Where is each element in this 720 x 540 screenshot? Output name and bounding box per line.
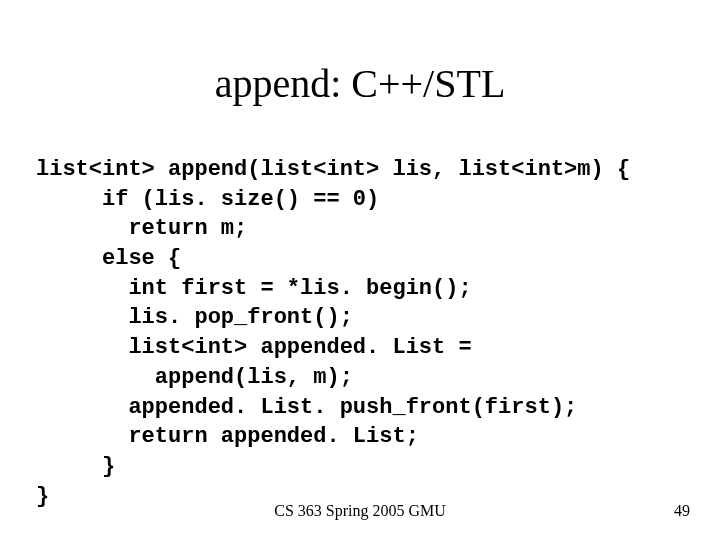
code-line: return m; — [36, 216, 247, 241]
code-line: int first = *lis. begin(); — [36, 276, 472, 301]
code-line: list<int> append(list<int> lis, list<int… — [36, 157, 630, 182]
code-line: else { — [36, 246, 181, 271]
code-line: lis. pop_front(); — [36, 305, 353, 330]
slide: append: C++/STL list<int> append(list<in… — [0, 0, 720, 540]
slide-title: append: C++/STL — [0, 60, 720, 107]
code-block: list<int> append(list<int> lis, list<int… — [36, 155, 630, 511]
footer-course: CS 363 Spring 2005 GMU — [0, 502, 720, 520]
code-line: append(lis, m); — [36, 365, 353, 390]
code-line: } — [36, 454, 115, 479]
code-line: if (lis. size() == 0) — [36, 187, 379, 212]
code-line: appended. List. push_front(first); — [36, 395, 577, 420]
code-line: list<int> appended. List = — [36, 335, 472, 360]
page-number: 49 — [674, 502, 690, 520]
code-line: return appended. List; — [36, 424, 419, 449]
